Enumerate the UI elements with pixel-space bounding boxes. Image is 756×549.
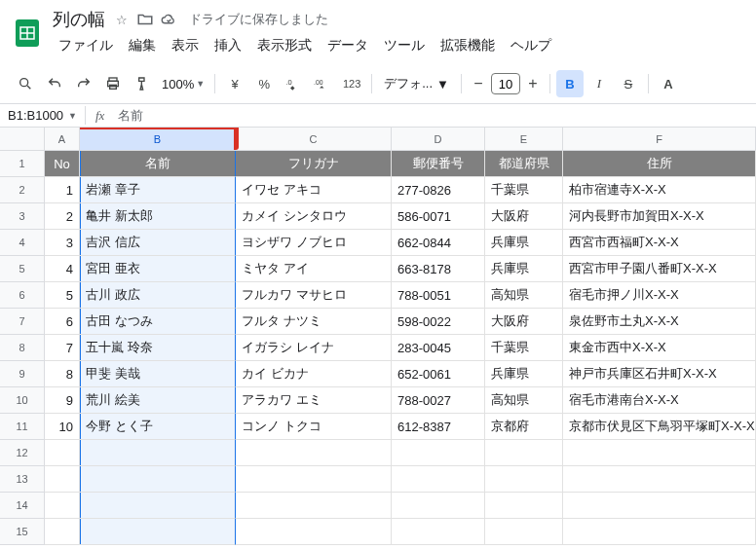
cell[interactable]: ヨシザワ ノブヒロ (236, 230, 392, 256)
cell[interactable]: 荒川 絵美 (80, 387, 236, 414)
cell[interactable] (392, 493, 485, 519)
row-header[interactable]: 9 (0, 361, 45, 387)
cell[interactable]: 283-0045 (392, 335, 485, 361)
cell[interactable]: 今野 とく子 (80, 414, 236, 440)
cell[interactable]: 2 (45, 203, 80, 230)
cell[interactable]: 4 (45, 256, 80, 282)
cell[interactable]: イワセ アキコ (236, 177, 392, 203)
font-dropdown[interactable]: デフォ... ▼ (378, 73, 455, 94)
cell[interactable] (485, 493, 563, 519)
paint-format-icon[interactable] (129, 70, 156, 97)
cell[interactable]: 8 (45, 361, 80, 387)
row-header[interactable]: 5 (0, 256, 45, 282)
column-header[interactable]: D (392, 128, 485, 151)
menu-item[interactable]: ファイル (53, 33, 119, 58)
cell[interactable]: 宿毛市押ノ川X-X-X (563, 282, 756, 309)
currency-icon[interactable]: ¥ (221, 70, 248, 97)
formula-value[interactable]: 名前 (114, 105, 756, 127)
search-icon[interactable] (12, 70, 39, 97)
cell[interactable]: 6 (45, 309, 80, 335)
italic-button[interactable]: I (586, 70, 613, 97)
cell[interactable]: アラカワ エミ (236, 387, 392, 414)
percent-icon[interactable]: % (250, 70, 278, 97)
number-format-icon[interactable]: 123 (338, 70, 365, 97)
row-header[interactable]: 14 (0, 493, 45, 519)
cell[interactable] (563, 440, 756, 466)
cell[interactable]: 西宮市甲子園八番町X-X-X (563, 256, 756, 282)
zoom-dropdown[interactable]: 100% ▼ (158, 75, 208, 93)
cell[interactable] (563, 493, 756, 519)
print-icon[interactable] (99, 70, 127, 97)
cell[interactable] (80, 440, 236, 466)
cell[interactable]: 河内長野市加賀田X-X-X (563, 203, 756, 230)
star-icon[interactable]: ☆ (113, 11, 131, 28)
cell[interactable]: 277-0826 (392, 177, 485, 203)
cell[interactable] (45, 519, 80, 545)
cell[interactable]: 9 (45, 387, 80, 414)
cell[interactable] (80, 493, 236, 519)
cell[interactable]: 名前 (80, 151, 236, 177)
cell[interactable]: 古川 政広 (80, 282, 236, 309)
cell[interactable] (45, 466, 80, 493)
cell[interactable]: 神戸市兵庫区石井町X-X-X (563, 361, 756, 387)
row-header[interactable]: 13 (0, 466, 45, 493)
menu-item[interactable]: 挿入 (208, 33, 247, 58)
cell[interactable]: 千葉県 (485, 177, 563, 203)
move-icon[interactable] (136, 11, 154, 28)
cell[interactable]: 大阪府 (485, 309, 563, 335)
select-all-corner[interactable] (0, 128, 45, 151)
cell[interactable]: 五十嵐 玲奈 (80, 335, 236, 361)
cell[interactable]: 598-0022 (392, 309, 485, 335)
cell[interactable] (236, 440, 392, 466)
menu-item[interactable]: 表示 (166, 33, 205, 58)
row-header[interactable]: 12 (0, 440, 45, 466)
cell[interactable]: 兵庫県 (485, 361, 563, 387)
cell[interactable]: 788-0027 (392, 387, 485, 414)
cell[interactable]: 京都市伏見区下鳥羽平塚町X-X-X (563, 414, 756, 440)
cell[interactable]: 兵庫県 (485, 230, 563, 256)
cell[interactable] (485, 440, 563, 466)
row-header[interactable]: 11 (0, 414, 45, 440)
cell[interactable]: 高知県 (485, 387, 563, 414)
cell[interactable]: 住所 (563, 151, 756, 177)
cell[interactable]: 663-8178 (392, 256, 485, 282)
bold-button[interactable]: B (556, 70, 584, 97)
font-size-input[interactable] (491, 73, 520, 94)
cell[interactable]: フリガナ (236, 151, 392, 177)
column-header[interactable]: E (485, 128, 563, 151)
cell[interactable]: フルカワ マサヒロ (236, 282, 392, 309)
row-header[interactable]: 15 (0, 519, 45, 545)
row-header[interactable]: 10 (0, 387, 45, 414)
cell[interactable]: カイ ビカナ (236, 361, 392, 387)
cell[interactable]: 高知県 (485, 282, 563, 309)
strikethrough-button[interactable]: S (615, 70, 642, 97)
cell[interactable] (392, 519, 485, 545)
column-header[interactable]: B (80, 128, 236, 151)
cell[interactable]: 兵庫県 (485, 256, 563, 282)
name-box[interactable]: B1:B1000▼ (0, 106, 86, 125)
row-header[interactable]: 4 (0, 230, 45, 256)
cell[interactable]: 宮田 亜衣 (80, 256, 236, 282)
cell[interactable] (392, 466, 485, 493)
cell[interactable]: No (45, 151, 80, 177)
cell[interactable] (392, 440, 485, 466)
cell[interactable]: カメイ シンタロウ (236, 203, 392, 230)
cell[interactable]: 岩瀬 章子 (80, 177, 236, 203)
spreadsheet-grid[interactable]: ABCDEF 1No名前フリガナ郵便番号都道府県住所21岩瀬 章子イワセ アキコ… (0, 128, 756, 545)
cell[interactable]: 甲斐 美哉 (80, 361, 236, 387)
cell[interactable]: 大阪府 (485, 203, 563, 230)
column-header[interactable]: F (563, 128, 756, 151)
row-header[interactable]: 3 (0, 203, 45, 230)
cell[interactable]: イガラシ レイナ (236, 335, 392, 361)
menu-item[interactable]: ツール (378, 33, 431, 58)
sheets-logo[interactable] (12, 14, 43, 53)
cell[interactable]: 千葉県 (485, 335, 563, 361)
text-color-icon[interactable]: A (655, 70, 682, 97)
cell[interactable]: 10 (45, 414, 80, 440)
cell[interactable]: 亀井 新太郎 (80, 203, 236, 230)
cell[interactable] (80, 466, 236, 493)
undo-icon[interactable] (41, 70, 68, 97)
cell[interactable]: 7 (45, 335, 80, 361)
cell[interactable]: 京都府 (485, 414, 563, 440)
cell[interactable]: 都道府県 (485, 151, 563, 177)
